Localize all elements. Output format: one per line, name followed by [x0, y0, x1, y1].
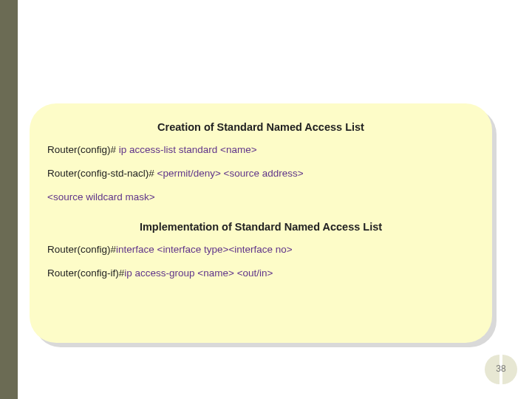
command-text: ip access-group <name> <out/in> — [124, 267, 273, 279]
command-line-3: <source wildcard mask> — [47, 191, 474, 204]
command-text: ip access-list standard <name> — [116, 144, 257, 155]
command-line-4: Router(config)#interface <interface type… — [47, 243, 474, 256]
prompt-text: Router(config)# — [47, 244, 116, 255]
prompt-text: Router(config-std-nacl)# — [47, 168, 154, 179]
page-number-badge: 38 — [485, 353, 517, 386]
command-line-5: Router(config-if)#ip access-group <name>… — [47, 267, 474, 280]
command-text: <permit/deny> <source address> — [154, 168, 304, 179]
command-line-1: Router(config)# ip access-list standard … — [47, 143, 474, 157]
side-stripe — [0, 0, 18, 399]
command-line-2: Router(config-std-nacl)# <permit/deny> <… — [47, 167, 474, 180]
command-text: <source wildcard mask> — [47, 191, 155, 202]
card-subtitle: Implementation of Standard Named Access … — [47, 221, 474, 233]
content-card: Creation of Standard Named Access List R… — [30, 103, 492, 343]
prompt-text: Router(config)# — [47, 144, 116, 155]
page-number: 38 — [485, 364, 517, 374]
card-title: Creation of Standard Named Access List — [47, 121, 474, 133]
command-text: interface <interface type><interface no> — [116, 244, 293, 255]
prompt-text: Router(config-if)# — [47, 267, 124, 279]
